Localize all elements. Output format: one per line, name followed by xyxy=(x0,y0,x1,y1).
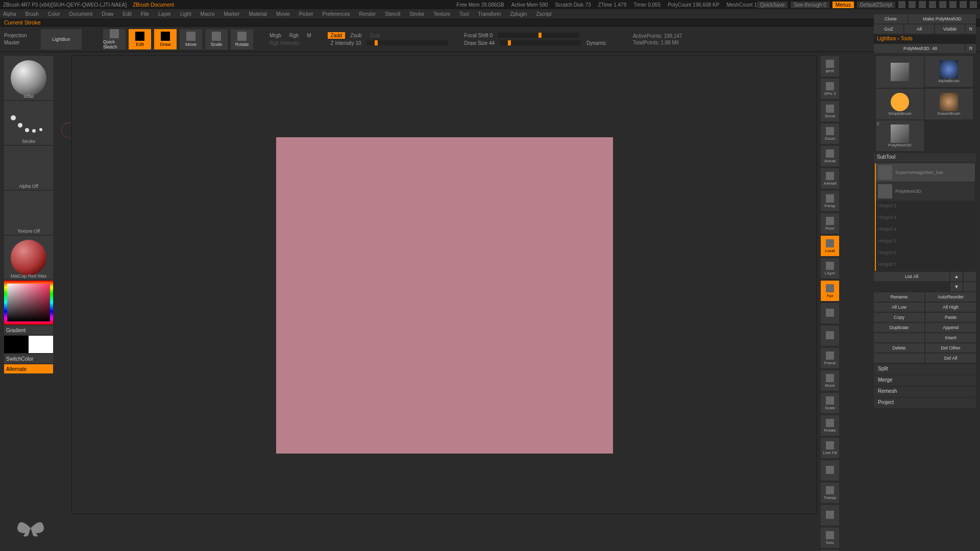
rstrip-lsym[interactable]: LSym xyxy=(821,258,839,279)
lightbox-tools-header[interactable]: Lightbox › Tools xyxy=(874,35,976,44)
menu-preferences[interactable]: Preferences xyxy=(323,11,350,17)
fold-merge[interactable]: Merge xyxy=(874,375,976,386)
window-icon-3[interactable] xyxy=(919,1,926,8)
rgb-toggle[interactable]: Rgb xyxy=(286,32,302,39)
draw-button[interactable]: Draw xyxy=(154,29,177,49)
rstrip-blank[interactable] xyxy=(821,505,839,525)
goz-all-button[interactable]: All xyxy=(904,24,934,34)
fold-remesh[interactable]: Remesh xyxy=(874,387,976,397)
window-icon-1[interactable] xyxy=(898,1,905,8)
menu-stroke[interactable]: Stroke xyxy=(409,11,424,17)
gradient-toggle[interactable]: Gradient xyxy=(4,325,53,335)
rstrip-transp[interactable]: Transp xyxy=(821,483,839,503)
menu-picker[interactable]: Picker xyxy=(299,11,313,17)
rstrip-actual[interactable]: Actual xyxy=(821,146,839,166)
menu-texture[interactable]: Texture xyxy=(433,11,450,17)
tool-eraser-brush[interactable]: EraserBrush xyxy=(925,89,973,119)
rstrip-solo[interactable]: Solo xyxy=(821,528,839,548)
rstrip-local[interactable]: Local xyxy=(821,236,839,256)
arrow-up-icon[interactable]: ▲ xyxy=(950,272,963,281)
menu-material[interactable]: Material xyxy=(249,11,267,17)
document-area[interactable] xyxy=(276,137,613,454)
brush-selector[interactable]: Inflat xyxy=(4,56,53,100)
menu-color[interactable]: Color xyxy=(48,11,60,17)
scale-button[interactable]: Scale xyxy=(205,29,228,49)
arrow-blank-icon[interactable] xyxy=(964,272,976,281)
move-button[interactable]: Move xyxy=(180,29,202,49)
maximize-icon[interactable] xyxy=(960,1,967,8)
op-delete-button[interactable]: Delete xyxy=(874,343,924,353)
op-rename-button[interactable]: Rename xyxy=(874,292,924,302)
alternate-button[interactable]: Alternate xyxy=(4,364,53,373)
op-duplicate-button[interactable]: Duplicate xyxy=(874,323,924,332)
clone-button[interactable]: Clone xyxy=(874,14,908,23)
window-icon-2[interactable] xyxy=(909,1,916,8)
op-del-other-button[interactable]: Del Other xyxy=(925,343,976,353)
fold-split[interactable]: Split xyxy=(874,364,976,374)
current-tool[interactable] xyxy=(876,56,924,88)
zcut-toggle[interactable]: Zcut xyxy=(367,32,383,39)
menu-render[interactable]: Render xyxy=(359,11,376,17)
op-autoreorder-button[interactable]: AutoReorder xyxy=(925,292,976,302)
menu-edit[interactable]: Edit xyxy=(123,11,132,17)
quicksketch-button[interactable]: Quick Sketch xyxy=(103,29,126,49)
menu-layer[interactable]: Layer xyxy=(158,11,171,17)
focal-shift-slider[interactable] xyxy=(498,33,579,38)
minimize-icon[interactable] xyxy=(949,1,957,8)
z-intensity-slider[interactable] xyxy=(366,40,448,45)
script-label[interactable]: DefaultZScript xyxy=(857,2,895,8)
rstrip-floor[interactable]: Floor xyxy=(821,213,839,234)
tool-alpha-brush[interactable]: AlphaBrush xyxy=(925,56,973,87)
rstrip-spix-3[interactable]: SPix 3 xyxy=(821,79,839,99)
menu-light[interactable]: Light xyxy=(180,11,191,17)
rstrip-scroll[interactable]: Scroll xyxy=(821,101,839,121)
dynamic-toggle[interactable]: Dynamic xyxy=(583,40,609,46)
menu-draw[interactable]: Draw xyxy=(102,11,113,17)
menu-tool[interactable]: Tool xyxy=(459,11,469,17)
window-icon-5[interactable] xyxy=(939,1,946,8)
arrow-down-icon[interactable]: ▼ xyxy=(950,282,963,291)
subtool-header[interactable]: SubTool xyxy=(874,153,976,162)
menu-stencil[interactable]: Stencil xyxy=(385,11,400,17)
texture-selector[interactable]: Texture Off xyxy=(4,191,53,235)
op-paste-button[interactable]: Paste xyxy=(925,313,976,322)
menus-button[interactable]: Menus xyxy=(832,2,854,8)
rstrip-rotate[interactable]: Rotate xyxy=(821,415,839,436)
rstrip-persp[interactable]: Persp xyxy=(821,191,839,211)
op-del-all-button[interactable]: Del All xyxy=(925,354,976,363)
rstrip-blank[interactable] xyxy=(821,325,839,346)
draw-size-slider[interactable] xyxy=(500,40,581,45)
rotate-button[interactable]: Rotate xyxy=(231,29,253,49)
tool-polymesh3d[interactable]: 2PolyMesh3D xyxy=(876,120,924,151)
alpha-selector[interactable]: Alpha Off xyxy=(4,146,53,190)
menu-zscript[interactable]: Zscript xyxy=(536,11,551,17)
projection-master-button[interactable]: Projection Master xyxy=(4,29,38,49)
menu-macro[interactable]: Macro xyxy=(201,11,215,17)
rstrip-aahalf[interactable]: AAHalf xyxy=(821,168,839,189)
menu-document[interactable]: Document xyxy=(69,11,93,17)
menu-marker[interactable]: Marker xyxy=(224,11,239,17)
mrgb-toggle[interactable]: Mrgb xyxy=(266,32,284,39)
rstrip-blank[interactable] xyxy=(821,303,839,323)
goz-visible-button[interactable]: Visible xyxy=(935,24,965,34)
goz-button[interactable]: GoZ xyxy=(874,24,903,34)
rstrip-xyz[interactable]: Xyz xyxy=(821,281,839,301)
rgb-intensity-slider[interactable]: Rgb Intensity xyxy=(266,40,302,46)
menu-transform[interactable]: Transform xyxy=(478,11,501,17)
color-picker[interactable] xyxy=(4,281,53,324)
rstrip-blank[interactable] xyxy=(821,460,839,481)
subtool-item-0[interactable]: SuperAverageMan_low xyxy=(876,163,975,182)
close-icon[interactable] xyxy=(970,1,977,8)
fold-project[interactable]: Project xyxy=(874,398,976,408)
rstrip-scale[interactable]: Scale xyxy=(821,393,839,413)
tool-simple-brush[interactable]: SimpleBrush xyxy=(876,89,924,119)
op-copy-button[interactable]: Copy xyxy=(874,313,924,322)
window-icon-4[interactable] xyxy=(929,1,936,8)
lightbox-button[interactable]: LightBox xyxy=(41,29,82,49)
menu-alpha[interactable]: Alpha xyxy=(3,11,16,17)
menu-file[interactable]: File xyxy=(141,11,149,17)
switchcolor-button[interactable]: SwitchColor xyxy=(4,354,53,363)
menu-zplugin[interactable]: Zplugin xyxy=(510,11,527,17)
seethrough-slider[interactable]: See-through 0 xyxy=(791,2,829,8)
arrow-blank2-icon[interactable] xyxy=(964,282,976,291)
